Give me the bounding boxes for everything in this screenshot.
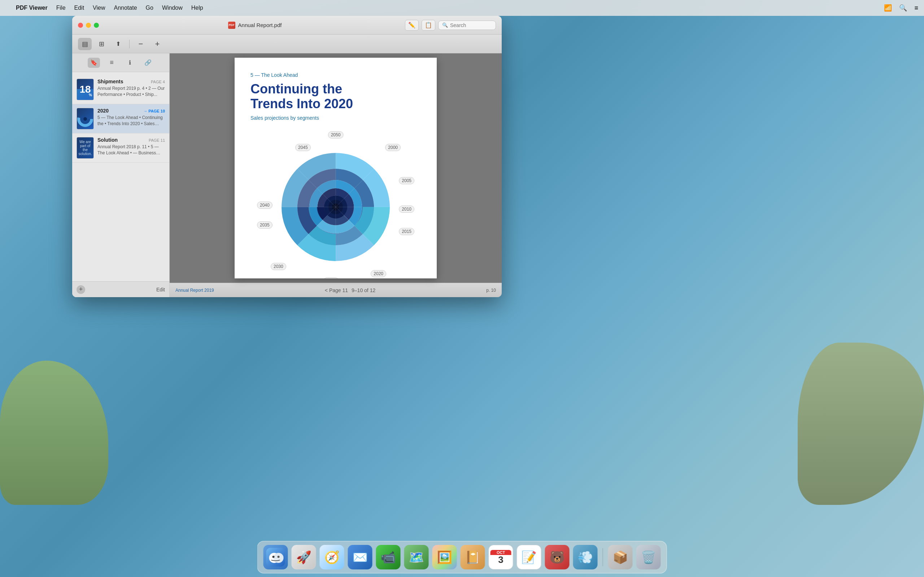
window-controls [78,23,99,28]
annotate-button[interactable]: ✏️ [405,20,419,31]
dock-item-calendar[interactable]: OCT 3 [489,545,513,569]
page-count: 9–10 of 12 [352,287,375,293]
share-button[interactable]: ⬆ [111,38,125,50]
pdf-status-bar: Annual Report 2019 < Page 11 9–10 of 12 … [170,283,502,297]
label-2005: 2005 [399,177,414,184]
thumbnail-image: We are part of the solution. [77,137,94,158]
status-page-number: p. 10 [486,288,496,293]
result-title: Shipments [97,79,123,84]
dock-item-mail[interactable]: ✉️ [348,545,373,569]
dock-item-photos[interactable]: 🖼️ [432,545,457,569]
label-2045: 2045 [295,144,311,151]
pdf-area: 5 — The Look Ahead Continuing the Trends… [170,53,502,297]
result-thumbnail [76,108,94,129]
menu-annotate[interactable]: Annotate [110,3,142,13]
chart-grid [278,149,393,265]
label-2020: 2020 [371,270,386,277]
info-tool[interactable]: ℹ [124,58,136,68]
close-button[interactable] [78,23,83,28]
link-tool[interactable]: 🔗 [142,58,154,68]
result-page: PAGE 11 [149,138,165,142]
result-content: Shipments PAGE 4 Annual Report 2019 p. 4… [97,79,165,100]
result-thumbnail: We are part of the solution. [76,137,94,159]
result-header: Shipments PAGE 4 [97,79,165,84]
dock-item-facetime[interactable]: 📹 [376,545,401,569]
chart-container: 2050 2045 2040 2035 2030 2025 2020 2015 … [250,129,421,279]
result-title: 2020 [97,108,109,114]
result-excerpt: 5 — The Look Ahead • Continuing the • Tr… [97,115,165,127]
dock-separator [603,548,603,566]
toolbar-separator [129,40,129,48]
menu-help[interactable]: Help [187,3,208,13]
svg-point-14 [278,556,280,558]
sidebar-footer: + Edit [72,281,169,297]
thumbnail-image: 18 [77,79,94,100]
result-header: 2020 PAGE 10 [97,108,165,114]
sidebar-toggle-button[interactable]: ▤ [78,38,92,50]
pdf-file-icon: PDF [228,22,235,29]
menu-edit[interactable]: Edit [70,3,89,13]
list-item[interactable]: We are part of the solution. Solution PA… [72,134,169,163]
control-center-icon[interactable]: ≡ [914,4,918,12]
result-thumbnail: 18 [76,79,94,100]
dock-item-maps[interactable]: 🗺️ [404,545,429,569]
toolbar: ▤ ⊞ ⬆ − + [72,35,502,53]
menubar-right: 📶 🔍 ≡ [884,4,918,12]
dock-item-trash[interactable]: 🗑️ [636,545,661,569]
label-2010: 2010 [399,206,414,213]
chart-wrapper: 2050 2045 2040 2035 2030 2025 2020 2015 … [256,129,415,279]
dock: 🚀 🧭 ✉️ 📹 🗺️ 🖼️ 📔 OCT 3 📝 🐻 💨 📦 🗑️ [257,541,667,574]
label-2000: 2000 [385,144,401,151]
search-input[interactable] [450,23,493,28]
dock-item-contacts[interactable]: 📔 [460,545,485,569]
menu-window[interactable]: Window [158,3,187,13]
pdf-section-label: 5 — The Look Ahead [250,72,421,78]
grid-view-button[interactable]: ⊞ [95,38,108,50]
label-2050: 2050 [328,131,344,139]
label-2030: 2030 [271,263,286,270]
radial-chart [256,129,415,279]
svg-point-13 [273,556,275,558]
dock-item-xip[interactable]: 📦 [608,545,633,569]
result-page: PAGE 4 [151,80,165,84]
copy-button[interactable]: 📋 [422,20,435,31]
zoom-in-button[interactable]: + [150,38,164,50]
menu-app-name[interactable]: PDF Viewer [11,3,52,13]
label-2035: 2035 [257,221,273,229]
list-tool[interactable]: ≡ [106,58,118,68]
prev-page-button[interactable]: < Page 11 [325,287,348,293]
menu-go[interactable]: Go [142,3,158,13]
edit-button[interactable]: Edit [156,287,165,292]
label-2040: 2040 [257,201,273,209]
pdf-title: Continuing the Trends Into 2020 [250,82,421,111]
dock-item-reminders[interactable]: 📝 [517,545,541,569]
dock-item-bear[interactable]: 🐻 [545,545,570,569]
pdf-subtitle: Sales projections by segments [250,115,421,121]
bookmark-tool[interactable]: 🔖 [88,58,100,68]
search-box[interactable]: 🔍 [438,21,496,30]
list-item[interactable]: 18 Shipments PAGE 4 Annual Report 2019 p… [72,75,169,104]
dock-item-launchpad[interactable]: 🚀 [292,545,316,569]
label-2025: 2025 [323,277,339,279]
minimize-button[interactable] [86,23,91,28]
dock-item-safari[interactable]: 🧭 [320,545,344,569]
dock-item-finder[interactable] [263,545,288,569]
menu-file[interactable]: File [52,3,70,13]
result-content: Solution PAGE 11 Annual Report 2018 p. 1… [97,137,165,159]
zoom-out-button[interactable]: − [134,38,148,50]
maximize-button[interactable] [94,23,99,28]
wifi-icon: 📶 [884,4,892,12]
add-bookmark-button[interactable]: + [76,285,85,294]
app-window: PDF Annual Report.pdf ✏️ 📋 🔍 ▤ ⊞ ⬆ − + 🔖 [72,16,502,297]
result-header: Solution PAGE 11 [97,137,165,143]
thumbnail-image [77,108,94,129]
result-page: PAGE 10 [143,109,165,113]
title-bar-tools: ✏️ 📋 🔍 [405,20,496,31]
status-report-name: Annual Report 2019 [175,288,214,293]
menu-view[interactable]: View [89,3,109,13]
result-excerpt: Annual Report 2018 p. 11 • 5 — The Look … [97,144,165,156]
spotlight-icon[interactable]: 🔍 [899,4,907,12]
result-content: 2020 PAGE 10 5 — The Look Ahead • Contin… [97,108,165,129]
list-item[interactable]: 2020 PAGE 10 5 — The Look Ahead • Contin… [72,104,169,134]
dock-item-airmail[interactable]: 💨 [573,545,598,569]
